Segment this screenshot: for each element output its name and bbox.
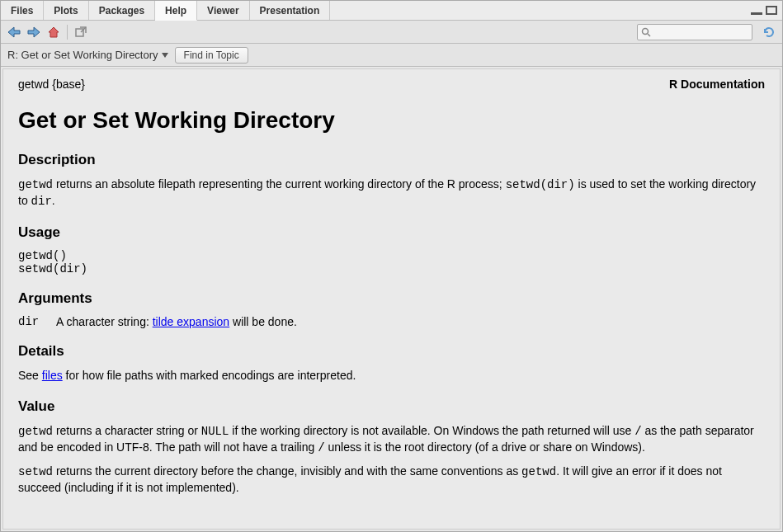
find-in-topic-button[interactable]: Find in Topic: [175, 47, 248, 64]
heading-description: Description: [18, 152, 765, 168]
pane-tabbar: Files Plots Packages Help Viewer Present…: [1, 1, 782, 21]
tab-viewer[interactable]: Viewer: [197, 1, 249, 20]
toolbar-divider: [67, 25, 68, 40]
help-document: getwd {base} R Documentation Get or Set …: [3, 69, 780, 529]
forward-button[interactable]: [26, 24, 42, 40]
help-content-scroll[interactable]: getwd {base} R Documentation Get or Set …: [2, 68, 781, 530]
help-breadcrumb-bar: R: Get or Set Working Directory Find in …: [1, 44, 782, 67]
help-search-input[interactable]: [651, 26, 748, 39]
argument-description: A character string: tilde expansion will…: [56, 315, 297, 328]
minimize-pane-icon[interactable]: [751, 6, 762, 15]
page-title: Get or Set Working Directory: [18, 107, 765, 134]
topic-signature: getwd {base}: [18, 78, 85, 91]
tab-presentation[interactable]: Presentation: [250, 1, 331, 20]
value-paragraph-1: getwd returns a character string or NULL…: [18, 423, 765, 456]
tab-plots[interactable]: Plots: [44, 1, 88, 20]
usage-code: getwd() setwd(dir): [18, 249, 765, 275]
link-files[interactable]: files: [42, 369, 63, 382]
details-paragraph: See files for how file paths with marked…: [18, 368, 765, 384]
value-paragraph-2: setwd returns the current directory befo…: [18, 464, 765, 496]
heading-details: Details: [18, 343, 765, 360]
help-toolbar: [1, 21, 782, 44]
svg-line-2: [648, 34, 650, 36]
heading-usage: Usage: [18, 224, 765, 241]
search-icon: [641, 27, 651, 37]
show-in-new-window-button[interactable]: [73, 24, 89, 40]
tab-help[interactable]: Help: [155, 1, 197, 21]
back-button[interactable]: [6, 24, 22, 40]
help-topic-breadcrumb[interactable]: R: Get or Set Working Directory: [7, 49, 168, 61]
r-documentation-label: R Documentation: [669, 78, 765, 91]
help-search-box[interactable]: [637, 24, 752, 40]
link-tilde-expansion[interactable]: tilde expansion: [153, 315, 229, 328]
home-button[interactable]: [45, 24, 62, 40]
chevron-down-icon: [162, 53, 168, 58]
tab-files[interactable]: Files: [1, 1, 44, 20]
tab-packages[interactable]: Packages: [89, 1, 155, 20]
heading-arguments: Arguments: [18, 290, 765, 307]
svg-point-1: [643, 28, 649, 34]
argument-row: dir A character string: tilde expansion …: [18, 315, 765, 328]
maximize-pane-icon[interactable]: [766, 6, 777, 15]
breadcrumb-label: R: Get or Set Working Directory: [7, 49, 158, 61]
description-paragraph: getwd returns an absolute filepath repre…: [18, 177, 765, 210]
argument-name: dir: [18, 315, 43, 328]
refresh-button[interactable]: [761, 24, 777, 40]
heading-value: Value: [18, 398, 765, 415]
